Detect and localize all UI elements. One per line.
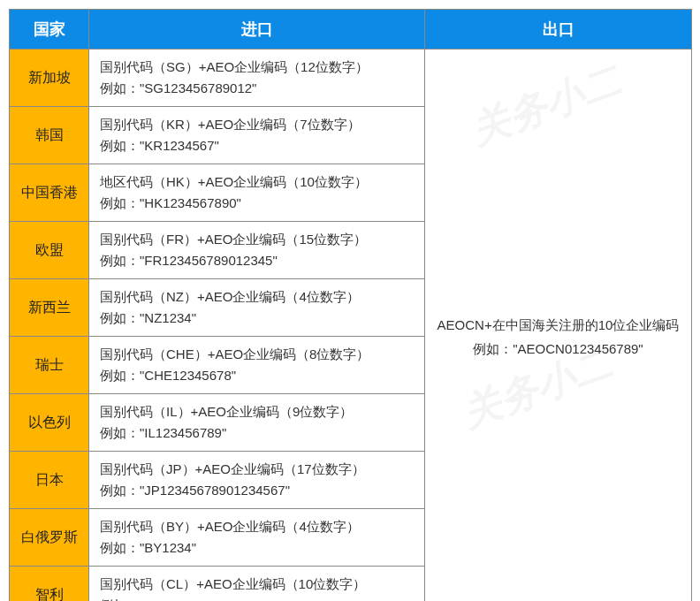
import-cell: 国别代码（BY）+AEO企业编码（4位数字）例如："BY1234" [89, 509, 425, 567]
country-cell: 日本 [10, 452, 89, 509]
import-example: 例如："CHE12345678" [100, 365, 414, 386]
header-country: 国家 [10, 10, 89, 49]
import-cell: 国别代码（CHE）+AEO企业编码（8位数字）例如："CHE12345678" [89, 337, 425, 394]
country-cell: 智利 [10, 567, 89, 602]
import-format: 国别代码（KR）+AEO企业编码（7位数字） [100, 114, 414, 135]
import-format: 国别代码（NZ）+AEO企业编码（4位数字） [100, 286, 414, 308]
aeo-code-table: 国家 进口 出口 新加坡国别代码（SG）+AEO企业编码（12位数字）例如："S… [9, 9, 692, 601]
country-cell: 白俄罗斯 [10, 509, 89, 567]
table-header-row: 国家 进口 出口 [10, 10, 692, 49]
country-cell: 新西兰 [10, 279, 89, 337]
import-cell: 地区代码（HK）+AEO企业编码（10位数字）例如："HK1234567890" [89, 164, 425, 222]
country-cell: 韩国 [10, 107, 89, 164]
import-example: 例如："JP12345678901234567" [100, 480, 414, 501]
import-example: 例如："KR1234567" [100, 135, 414, 156]
import-cell: 国别代码（FR）+AEO企业编码（15位数字）例如："FR12345678901… [89, 222, 425, 279]
header-import: 进口 [89, 10, 425, 49]
country-cell: 以色列 [10, 394, 89, 452]
import-cell: 国别代码（NZ）+AEO企业编码（4位数字）例如："NZ1234" [89, 279, 425, 337]
import-example: 例如："NZ1234" [100, 308, 414, 329]
header-export: 出口 [425, 10, 692, 49]
import-cell: 国别代码（SG）+AEO企业编码（12位数字）例如："SG12345678901… [89, 49, 425, 107]
import-example: 例如："BY1234" [100, 537, 414, 559]
import-format: 国别代码（JP）+AEO企业编码（17位数字） [100, 459, 414, 480]
import-cell: 国别代码（IL）+AEO企业编码（9位数字）例如："IL123456789" [89, 394, 425, 452]
import-example: 例如："IL123456789" [100, 422, 414, 444]
import-example: 例如："SG123456789012" [100, 78, 414, 99]
table-wrapper: 关务小二 关务小二 国家 进口 出口 新加坡国别代码（SG）+AEO企业编码（1… [9, 9, 691, 601]
import-format: 国别代码（CHE）+AEO企业编码（8位数字） [100, 344, 414, 365]
import-example: 例如："FR123456789012345" [100, 250, 414, 271]
import-format: 国别代码（FR）+AEO企业编码（15位数字） [100, 229, 414, 250]
import-cell: 国别代码（CL）+AEO企业编码（10位数字）例如："CL0123456789" [89, 567, 425, 602]
table-body: 新加坡国别代码（SG）+AEO企业编码（12位数字）例如："SG12345678… [10, 49, 692, 602]
import-example: 例如："CL0123456789" [100, 595, 414, 601]
import-format: 国别代码（SG）+AEO企业编码（12位数字） [100, 57, 414, 78]
import-example: 例如："HK1234567890" [100, 193, 414, 214]
country-cell: 中国香港 [10, 164, 89, 222]
import-format: 地区代码（HK）+AEO企业编码（10位数字） [100, 171, 414, 193]
import-format: 国别代码（BY）+AEO企业编码（4位数字） [100, 516, 414, 537]
country-cell: 瑞士 [10, 337, 89, 394]
country-cell: 欧盟 [10, 222, 89, 279]
export-example: 例如："AEOCN0123456789" [426, 337, 690, 361]
table-row: 新加坡国别代码（SG）+AEO企业编码（12位数字）例如："SG12345678… [10, 49, 692, 107]
export-cell: AEOCN+在中国海关注册的10位企业编码例如："AEOCN0123456789… [425, 49, 692, 602]
export-format: AEOCN+在中国海关注册的10位企业编码 [426, 313, 690, 337]
import-cell: 国别代码（JP）+AEO企业编码（17位数字）例如："JP12345678901… [89, 452, 425, 509]
import-format: 国别代码（CL）+AEO企业编码（10位数字） [100, 574, 414, 595]
country-cell: 新加坡 [10, 49, 89, 107]
import-format: 国别代码（IL）+AEO企业编码（9位数字） [100, 401, 414, 422]
import-cell: 国别代码（KR）+AEO企业编码（7位数字）例如："KR1234567" [89, 107, 425, 164]
